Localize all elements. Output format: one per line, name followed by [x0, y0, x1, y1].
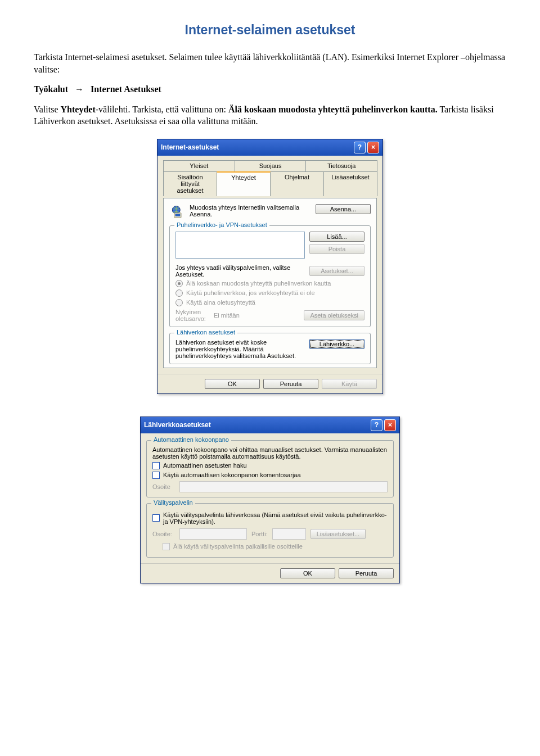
dialog-titlebar: Internet-asetukset ? ×: [158, 139, 382, 156]
proxy-port-label: Portti:: [251, 531, 268, 537]
tab-lisaasetukset[interactable]: Lisäasetukset: [323, 171, 377, 196]
auto-config-text: Automaattinen kokoonpano voi ohittaa man…: [152, 446, 388, 460]
default-value: Ei mitään: [214, 312, 299, 319]
internet-settings-label: Internet Asetukset: [91, 84, 161, 94]
ok-button[interactable]: OK: [280, 568, 335, 578]
proxy-group: Välityspalvelin Käytä välityspalvelinta …: [146, 503, 394, 558]
svg-rect-2: [176, 214, 181, 216]
chk-auto-detect[interactable]: Automaattinen asetusten haku: [152, 462, 388, 469]
tools-label: Työkalut: [34, 84, 68, 94]
chk-bypass-local[interactable]: Älä käytä välityspalvelinta paikallisill…: [163, 543, 388, 550]
auto-config-group: Automaattinen kokoonpano Automaattinen k…: [146, 440, 394, 497]
tab-sisalto[interactable]: Sisältöön liittyvät asetukset: [163, 171, 217, 196]
proxy-hint: Jos yhteys vaatii välityspalvelimen, val…: [176, 264, 305, 278]
proxy-address-field[interactable]: [179, 528, 247, 540]
default-label: Nykyinen oletusarvo:: [176, 309, 209, 322]
advanced-button[interactable]: Lisäasetukset...: [310, 529, 366, 539]
page-title: Internet-selaimen asetukset: [34, 22, 506, 38]
help-button[interactable]: ?: [371, 419, 382, 431]
address-field[interactable]: [179, 481, 388, 492]
vpn-group-legend: Puhelinverkko- ja VPN-asetukset: [174, 221, 269, 228]
tab-suojaus[interactable]: Suojaus: [235, 160, 307, 171]
tab-yleiset[interactable]: Yleiset: [163, 160, 235, 171]
lan-text: Lähiverkon asetukset eivät koske puhelin…: [176, 339, 305, 359]
lan-settings-dialog: Lähiverkkoasetukset ? × Automaattinen ko…: [140, 417, 400, 583]
vpn-group: Puhelinverkko- ja VPN-asetukset Lisää...…: [169, 225, 371, 327]
set-default-button[interactable]: Aseta oletukseksi: [304, 310, 364, 320]
ok-button[interactable]: OK: [205, 379, 260, 389]
lan-button[interactable]: Lähiverkko...: [309, 339, 364, 349]
radio-always-dial[interactable]: Käytä aina oletusyhteyttä: [176, 299, 364, 306]
lan-group-legend: Lähiverkon asetukset: [174, 329, 237, 336]
dialog-title: Internet-asetukset: [161, 143, 219, 151]
apply-button[interactable]: Käytä: [322, 379, 377, 389]
tab-tietosuoja[interactable]: Tietosuoja: [305, 160, 377, 171]
auto-config-legend: Automaattinen kokoonpano: [151, 436, 231, 443]
settings-button[interactable]: Asetukset...: [309, 266, 364, 276]
dialog-titlebar: Lähiverkkoasetukset ? ×: [141, 417, 399, 433]
proxy-port-field[interactable]: [272, 528, 306, 540]
connect-text: Muodosta yhteys Internetiin valitsemalla…: [190, 204, 311, 218]
lan-group: Lähiverkon asetukset Lähiverkon asetukse…: [169, 333, 371, 364]
dialog-title: Lähiverkkoasetukset: [144, 421, 211, 429]
close-button[interactable]: ×: [367, 142, 379, 153]
address-label: Osoite: [152, 483, 175, 490]
arrow-icon: →: [75, 84, 84, 94]
remove-button[interactable]: Poista: [309, 244, 364, 254]
radio-dial-when-no-net[interactable]: Käytä puhelinverkkoa, jos verkkoyhteyttä…: [176, 289, 364, 297]
add-button[interactable]: Lisää...: [309, 232, 364, 242]
tab-strip: Yleiset Suojaus Tietosuoja Sisältöön lii…: [163, 160, 377, 196]
chk-use-proxy[interactable]: Käytä välityspalvelinta lähiverkossa (Nä…: [152, 511, 388, 525]
vpn-listbox[interactable]: [176, 232, 305, 259]
tab-ohjelmat[interactable]: Ohjelmat: [270, 171, 324, 196]
cancel-button[interactable]: Peruuta: [339, 568, 394, 578]
radio-never-dial[interactable]: Älä koskaan muodosta yhteyttä puhelinver…: [176, 280, 364, 287]
install-button[interactable]: Asenna...: [316, 204, 371, 214]
cancel-button[interactable]: Peruuta: [263, 379, 318, 389]
chk-auto-script[interactable]: Käytä automaattisen kokoonpanon komentos…: [152, 472, 388, 479]
tools-line: Työkalut → Internet Asetukset: [34, 83, 506, 96]
intro-paragraph-2: Valitse Yhteydet-välilehti. Tarkista, et…: [34, 103, 506, 128]
proxy-legend: Välityspalvelin: [151, 499, 195, 506]
proxy-address-label: Osoite:: [152, 531, 175, 537]
intro-paragraph-1: Tarkista Internet-selaimesi asetukset. S…: [34, 51, 506, 75]
close-button[interactable]: ×: [384, 419, 396, 431]
tab-yhteydet[interactable]: Yhteydet: [217, 171, 271, 196]
help-button[interactable]: ?: [354, 142, 366, 153]
internet-options-dialog: Internet-asetukset ? × Yleiset Suojaus T…: [157, 139, 383, 394]
globe-icon: [169, 204, 185, 220]
